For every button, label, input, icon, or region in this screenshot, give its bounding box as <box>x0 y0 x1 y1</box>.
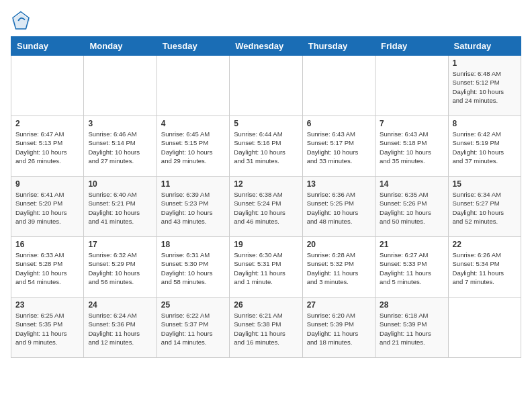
day-info: Sunrise: 6:27 AM Sunset: 5:33 PM Dayligh… <box>380 250 443 286</box>
day-info: Sunrise: 6:40 AM Sunset: 5:21 PM Dayligh… <box>88 190 152 226</box>
day-number: 25 <box>161 300 225 310</box>
day-number: 18 <box>161 240 225 249</box>
day-cell: 22Sunrise: 6:26 AM Sunset: 5:34 PM Dayli… <box>448 237 521 298</box>
day-cell: 23Sunrise: 6:25 AM Sunset: 5:35 PM Dayli… <box>11 298 84 358</box>
day-cell <box>375 56 448 116</box>
day-info: Sunrise: 6:22 AM Sunset: 5:37 PM Dayligh… <box>161 311 225 347</box>
day-cell: 14Sunrise: 6:35 AM Sunset: 5:26 PM Dayli… <box>375 177 448 237</box>
day-info: Sunrise: 6:47 AM Sunset: 5:13 PM Dayligh… <box>15 130 79 165</box>
header-cell-saturday: Saturday <box>448 37 521 56</box>
day-cell: 17Sunrise: 6:32 AM Sunset: 5:29 PM Dayli… <box>84 237 157 298</box>
day-info: Sunrise: 6:18 AM Sunset: 5:39 PM Dayligh… <box>380 311 443 347</box>
day-info: Sunrise: 6:25 AM Sunset: 5:35 PM Dayligh… <box>15 311 79 347</box>
day-cell: 13Sunrise: 6:36 AM Sunset: 5:25 PM Dayli… <box>302 177 375 237</box>
day-info: Sunrise: 6:46 AM Sunset: 5:14 PM Dayligh… <box>88 130 152 165</box>
day-cell: 28Sunrise: 6:18 AM Sunset: 5:39 PM Dayli… <box>375 298 448 358</box>
day-cell: 4Sunrise: 6:45 AM Sunset: 5:15 PM Daylig… <box>157 116 229 177</box>
day-number: 2 <box>15 119 79 128</box>
header-cell-sunday: Sunday <box>11 37 84 56</box>
day-number: 12 <box>234 179 298 189</box>
day-number: 11 <box>161 179 225 189</box>
day-cell: 10Sunrise: 6:40 AM Sunset: 5:21 PM Dayli… <box>84 177 157 237</box>
day-info: Sunrise: 6:43 AM Sunset: 5:18 PM Dayligh… <box>380 130 443 165</box>
day-cell: 26Sunrise: 6:21 AM Sunset: 5:38 PM Dayli… <box>230 298 302 358</box>
day-number: 15 <box>453 179 517 189</box>
calendar-table: SundayMondayTuesdayWednesdayThursdayFrid… <box>11 36 521 358</box>
header-cell-tuesday: Tuesday <box>157 37 229 56</box>
day-number: 20 <box>307 240 371 249</box>
day-info: Sunrise: 6:30 AM Sunset: 5:31 PM Dayligh… <box>234 250 298 286</box>
day-cell <box>448 298 521 358</box>
day-info: Sunrise: 6:36 AM Sunset: 5:25 PM Dayligh… <box>307 190 371 226</box>
day-number: 1 <box>453 58 517 68</box>
day-number: 19 <box>234 240 298 249</box>
logo-icon <box>11 11 31 31</box>
day-info: Sunrise: 6:21 AM Sunset: 5:38 PM Dayligh… <box>234 311 298 347</box>
day-info: Sunrise: 6:38 AM Sunset: 5:24 PM Dayligh… <box>234 190 298 226</box>
day-number: 17 <box>88 240 152 249</box>
day-info: Sunrise: 6:34 AM Sunset: 5:27 PM Dayligh… <box>453 190 517 226</box>
header-cell-thursday: Thursday <box>302 37 375 56</box>
day-cell <box>11 56 84 116</box>
header-cell-friday: Friday <box>375 37 448 56</box>
day-number: 27 <box>307 300 371 310</box>
day-number: 9 <box>15 179 79 189</box>
day-info: Sunrise: 6:33 AM Sunset: 5:28 PM Dayligh… <box>15 250 79 286</box>
day-number: 14 <box>380 179 443 189</box>
day-number: 3 <box>88 119 152 128</box>
day-cell: 8Sunrise: 6:42 AM Sunset: 5:19 PM Daylig… <box>448 116 521 177</box>
day-number: 16 <box>15 240 79 249</box>
day-info: Sunrise: 6:45 AM Sunset: 5:15 PM Dayligh… <box>161 130 225 165</box>
day-cell: 25Sunrise: 6:22 AM Sunset: 5:37 PM Dayli… <box>157 298 229 358</box>
logo <box>11 11 34 31</box>
day-cell: 2Sunrise: 6:47 AM Sunset: 5:13 PM Daylig… <box>11 116 84 177</box>
day-cell: 16Sunrise: 6:33 AM Sunset: 5:28 PM Dayli… <box>11 237 84 298</box>
day-number: 13 <box>307 179 371 189</box>
header-cell-wednesday: Wednesday <box>230 37 302 56</box>
day-info: Sunrise: 6:42 AM Sunset: 5:19 PM Dayligh… <box>453 130 517 165</box>
svg-marker-0 <box>12 13 30 30</box>
day-cell: 9Sunrise: 6:41 AM Sunset: 5:20 PM Daylig… <box>11 177 84 237</box>
week-row-3: 9Sunrise: 6:41 AM Sunset: 5:20 PM Daylig… <box>11 177 521 237</box>
week-row-5: 23Sunrise: 6:25 AM Sunset: 5:35 PM Dayli… <box>11 298 521 358</box>
day-info: Sunrise: 6:32 AM Sunset: 5:29 PM Dayligh… <box>88 250 152 286</box>
day-cell <box>230 56 302 116</box>
day-number: 10 <box>88 179 152 189</box>
day-cell: 3Sunrise: 6:46 AM Sunset: 5:14 PM Daylig… <box>84 116 157 177</box>
day-info: Sunrise: 6:20 AM Sunset: 5:39 PM Dayligh… <box>307 311 371 347</box>
day-number: 21 <box>380 240 443 249</box>
day-number: 8 <box>453 119 517 128</box>
day-cell: 11Sunrise: 6:39 AM Sunset: 5:23 PM Dayli… <box>157 177 229 237</box>
day-cell: 20Sunrise: 6:28 AM Sunset: 5:32 PM Dayli… <box>302 237 375 298</box>
day-cell <box>157 56 229 116</box>
day-cell: 7Sunrise: 6:43 AM Sunset: 5:18 PM Daylig… <box>375 116 448 177</box>
day-cell: 15Sunrise: 6:34 AM Sunset: 5:27 PM Dayli… <box>448 177 521 237</box>
day-info: Sunrise: 6:41 AM Sunset: 5:20 PM Dayligh… <box>15 190 79 226</box>
day-info: Sunrise: 6:35 AM Sunset: 5:26 PM Dayligh… <box>380 190 443 226</box>
day-cell: 12Sunrise: 6:38 AM Sunset: 5:24 PM Dayli… <box>230 177 302 237</box>
day-number: 6 <box>307 119 371 128</box>
day-number: 22 <box>453 240 517 249</box>
day-info: Sunrise: 6:24 AM Sunset: 5:36 PM Dayligh… <box>88 311 152 347</box>
header-cell-monday: Monday <box>84 37 157 56</box>
day-number: 5 <box>234 119 298 128</box>
day-number: 23 <box>15 300 79 310</box>
day-cell: 27Sunrise: 6:20 AM Sunset: 5:39 PM Dayli… <box>302 298 375 358</box>
day-cell: 21Sunrise: 6:27 AM Sunset: 5:33 PM Dayli… <box>375 237 448 298</box>
day-cell: 18Sunrise: 6:31 AM Sunset: 5:30 PM Dayli… <box>157 237 229 298</box>
header-row: SundayMondayTuesdayWednesdayThursdayFrid… <box>11 37 521 56</box>
day-number: 24 <box>88 300 152 310</box>
header <box>11 11 521 31</box>
day-cell: 19Sunrise: 6:30 AM Sunset: 5:31 PM Dayli… <box>230 237 302 298</box>
day-info: Sunrise: 6:28 AM Sunset: 5:32 PM Dayligh… <box>307 250 371 286</box>
day-info: Sunrise: 6:39 AM Sunset: 5:23 PM Dayligh… <box>161 190 225 226</box>
day-info: Sunrise: 6:44 AM Sunset: 5:16 PM Dayligh… <box>234 130 298 165</box>
day-info: Sunrise: 6:43 AM Sunset: 5:17 PM Dayligh… <box>307 130 371 165</box>
day-cell <box>84 56 157 116</box>
day-cell: 5Sunrise: 6:44 AM Sunset: 5:16 PM Daylig… <box>230 116 302 177</box>
day-cell <box>302 56 375 116</box>
day-info: Sunrise: 6:31 AM Sunset: 5:30 PM Dayligh… <box>161 250 225 286</box>
week-row-2: 2Sunrise: 6:47 AM Sunset: 5:13 PM Daylig… <box>11 116 521 177</box>
week-row-1: 1Sunrise: 6:48 AM Sunset: 5:12 PM Daylig… <box>11 56 521 116</box>
day-number: 26 <box>234 300 298 310</box>
